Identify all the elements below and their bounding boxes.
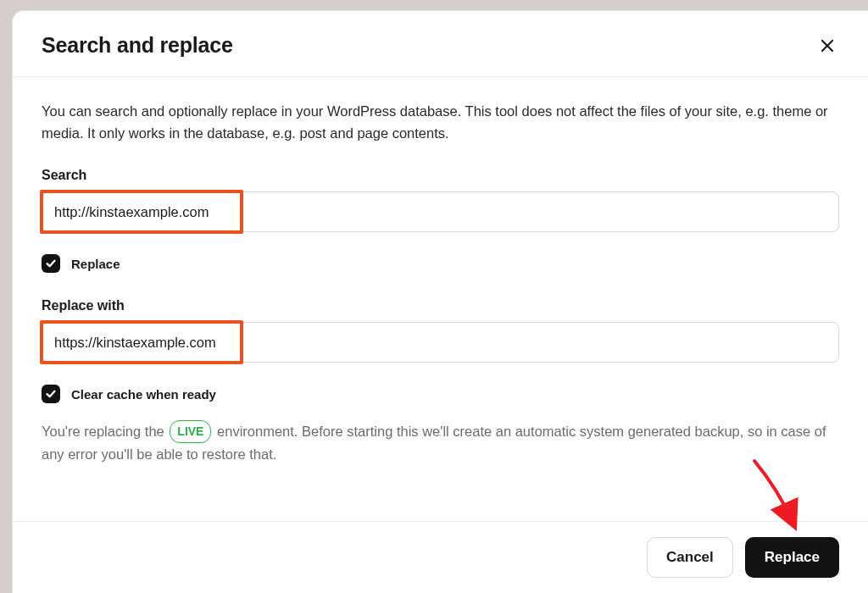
modal-footer: Cancel Replace bbox=[13, 521, 868, 593]
close-icon bbox=[821, 39, 834, 53]
close-button[interactable] bbox=[815, 34, 839, 58]
clear-cache-checkbox-row: Clear cache when ready bbox=[42, 385, 839, 403]
modal-header: Search and replace bbox=[13, 11, 868, 77]
environment-footnote: You're replacing the LIVE environment. B… bbox=[42, 420, 839, 465]
modal-title: Search and replace bbox=[42, 33, 233, 58]
modal-body: You can search and optionally replace in… bbox=[13, 77, 868, 521]
live-badge: LIVE bbox=[170, 420, 211, 442]
clear-cache-checkbox-label: Clear cache when ready bbox=[71, 387, 216, 402]
search-label: Search bbox=[42, 168, 839, 183]
replace-checkbox[interactable] bbox=[42, 254, 60, 273]
cancel-button[interactable]: Cancel bbox=[647, 537, 733, 578]
check-icon bbox=[45, 388, 57, 400]
clear-cache-checkbox[interactable] bbox=[42, 385, 60, 403]
replace-checkbox-label: Replace bbox=[71, 257, 120, 271]
replace-checkbox-row: Replace bbox=[42, 254, 839, 273]
replace-with-label: Replace with bbox=[42, 298, 839, 313]
search-input[interactable] bbox=[42, 191, 839, 232]
search-replace-modal: Search and replace You can search and op… bbox=[12, 10, 868, 593]
replace-button[interactable]: Replace bbox=[745, 537, 839, 578]
footnote-pre: You're replacing the bbox=[42, 424, 168, 439]
check-icon bbox=[45, 258, 57, 269]
replace-with-input-wrap bbox=[42, 322, 839, 363]
search-input-wrap bbox=[42, 191, 839, 232]
intro-text: You can search and optionally replace in… bbox=[42, 101, 839, 144]
replace-with-input[interactable] bbox=[42, 322, 839, 363]
